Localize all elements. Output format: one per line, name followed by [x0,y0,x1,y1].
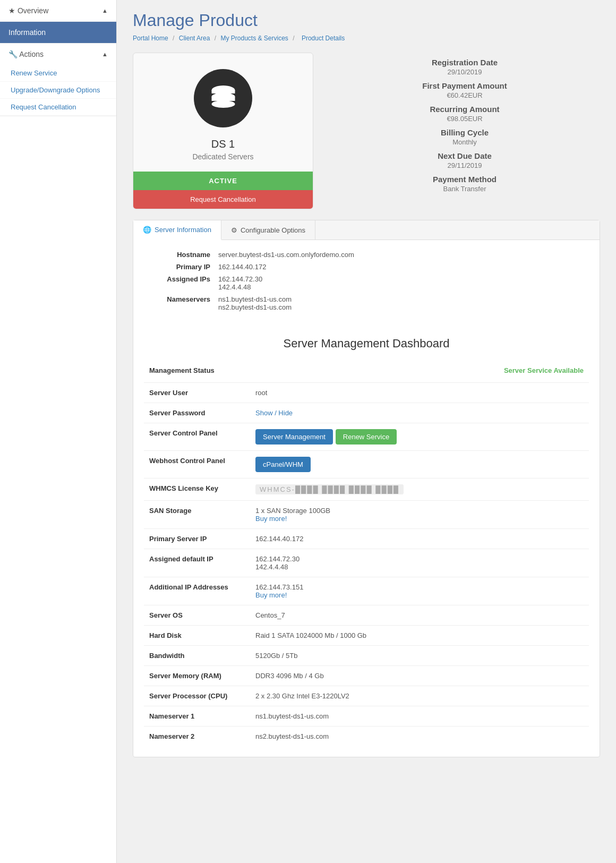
cancel-button[interactable]: Request Cancellation [133,190,313,209]
breadcrumb-sep1: / [173,35,174,42]
mgmt-status-value: Server Service Available [504,366,584,374]
row-label: Server Control Panel [144,423,250,451]
row-value: 5120Gb / 5Tb [250,646,589,666]
buy-more-link[interactable]: Buy more! [255,591,287,599]
table-row: Nameserver 1ns1.buytest-ds1-us.com [144,706,589,727]
info-recurring-label: Recurring Amount [329,105,600,114]
sidebar-item-renew-service[interactable]: Renew Service [0,65,116,82]
sidebar-item-information[interactable]: Information [0,22,116,43]
mgmt-status-label: Management Status [149,366,215,374]
assigned-ip-2: 142.4.4.48 [218,283,262,291]
product-info: Registration Date 29/10/2019 First Payme… [329,53,600,209]
table-row: Nameserver 2ns2.buytest-ds1-us.com [144,727,589,747]
row-label: Server Processor (CPU) [144,686,250,706]
renew-service-button[interactable]: Renew Service [336,429,397,445]
table-row: Server Memory (RAM)DDR3 4096 Mb / 4 Gb [144,666,589,686]
server-info-table: Hostname server.buytest-ds1-us.com.onlyf… [133,240,600,326]
info-billing-cycle: Billing Cycle Monthly [329,128,600,146]
dashboard-section: Server Management Dashboard Management S… [133,326,600,757]
product-name: DS 1 [144,138,302,150]
status-badge: ACTIVE [133,172,313,190]
sidebar: ★ Overview ▲ Information 🔧 Actions ▲ Ren… [0,0,117,863]
table-row: Additional IP Addresses162.144.73.151Buy… [144,577,589,605]
row-main-value: 162.144.73.151 [255,583,584,591]
tabs-container: 🌐 Server Information ⚙ Configurable Opti… [133,220,600,757]
whmcs-key: WHMCS-████ ████ ████ ████ [255,484,404,494]
table-row: Server PasswordShow / Hide [144,403,589,423]
sidebar-item-request-cancellation[interactable]: Request Cancellation [0,99,116,116]
hostname-label: Hostname [149,251,218,259]
row-value: ns2.buytest-ds1-us.com [250,727,589,747]
info-registration-date: Registration Date 29/10/2019 [329,58,600,76]
server-management-button[interactable]: Server Management [255,429,333,445]
chevron-up-icon-actions: ▲ [102,51,108,57]
config-icon: ⚙ [231,226,237,234]
row-label: Server Memory (RAM) [144,666,250,686]
server-info-hostname: Hostname server.buytest-ds1-us.com.onlyf… [149,251,584,259]
table-row: Assigned default IP162.144.72.30142.4.4.… [144,549,589,577]
primary-ip-label: Primary IP [149,263,218,271]
row-value: cPanel/WHM [250,451,589,479]
server-info-nameservers: Nameservers ns1.buytest-ds1-us.com ns2.b… [149,295,584,311]
info-payment-method-label: Payment Method [329,175,600,184]
assigned-ip-1: 162.144.72.30 [218,275,262,283]
row-value: root [250,383,589,403]
tab-server-information[interactable]: 🌐 Server Information [133,220,221,240]
database-icon [209,85,238,112]
svg-rect-3 [211,97,235,101]
globe-icon: 🌐 [143,226,151,234]
sidebar-actions-header[interactable]: 🔧 Actions ▲ [0,44,116,65]
info-first-payment-value: €60.42EUR [329,91,600,99]
row-value: ns1.buytest-ds1-us.com [250,706,589,727]
cpanel/whm-button[interactable]: cPanel/WHM [255,457,311,472]
product-card: DS 1 Dedicated Servers ACTIVE Request Ca… [133,53,313,209]
hostname-value: server.buytest-ds1-us.com.onlyfordemo.co… [218,251,354,259]
row-value: Show / Hide [250,403,589,423]
page-title: Manage Product [133,11,600,30]
table-row: Bandwidth5120Gb / 5Tb [144,646,589,666]
row-label: Server User [144,383,250,403]
info-first-payment-label: First Payment Amount [329,81,600,90]
row-label: Bandwidth [144,646,250,666]
product-icon-circle [194,69,252,127]
info-recurring-value: €98.05EUR [329,115,600,123]
product-type: Dedicated Servers [144,152,302,161]
information-label: Information [8,28,46,37]
breadcrumb-my-products[interactable]: My Products & Services [220,35,288,42]
table-row: SAN Storage1 x SAN Storage 100GBBuy more… [144,501,589,529]
breadcrumb-portal-home[interactable]: Portal Home [133,35,168,42]
info-registration-date-label: Registration Date [329,58,600,67]
tab-configurable-label: Configurable Options [241,226,305,234]
breadcrumb-sep3: / [293,35,294,42]
table-row: Primary Server IP162.144.40.172 [144,529,589,549]
buy-more-link[interactable]: Buy more! [255,515,287,523]
nameservers-value: ns1.buytest-ds1-us.com ns2.buytest-ds1-u… [218,295,292,311]
row-value: Server ManagementRenew Service [250,423,589,451]
nameserver-1: ns1.buytest-ds1-us.com [218,295,292,303]
info-payment-method: Payment Method Bank Transfer [329,175,600,193]
show-hide-link[interactable]: Show / Hide [255,409,293,417]
mgmt-status-row: Management Status Server Service Availab… [144,361,589,380]
row-value: 162.144.73.151Buy more! [250,577,589,605]
breadcrumb-sep2: / [215,35,216,42]
tab-server-info-label: Server Information [155,226,211,234]
sidebar-overview-section: ★ Overview ▲ [0,0,116,22]
row-label: Hard Disk [144,626,250,646]
svg-point-4 [211,100,235,108]
info-registration-date-value: 29/10/2019 [329,68,600,76]
row-main-value: 1 x SAN Storage 100GB [255,507,584,515]
nameservers-label: Nameservers [149,295,218,311]
nameserver-2: ns2.buytest-ds1-us.com [218,303,292,311]
breadcrumb-client-area[interactable]: Client Area [179,35,210,42]
product-area: DS 1 Dedicated Servers ACTIVE Request Ca… [133,53,600,209]
row-value: Centos_7 [250,605,589,626]
sidebar-item-overview[interactable]: ★ Overview ▲ [0,0,116,21]
sidebar-item-upgrade-downgrade[interactable]: Upgrade/Downgrade Options [0,82,116,99]
info-next-due-value: 29/11/2019 [329,161,600,169]
breadcrumb: Portal Home / Client Area / My Products … [133,35,600,42]
row-label: Nameserver 1 [144,706,250,727]
tab-configurable-options[interactable]: ⚙ Configurable Options [221,220,315,240]
row-value: 1 x SAN Storage 100GBBuy more! [250,501,589,529]
row-label: Server OS [144,605,250,626]
chevron-up-icon: ▲ [102,7,108,14]
